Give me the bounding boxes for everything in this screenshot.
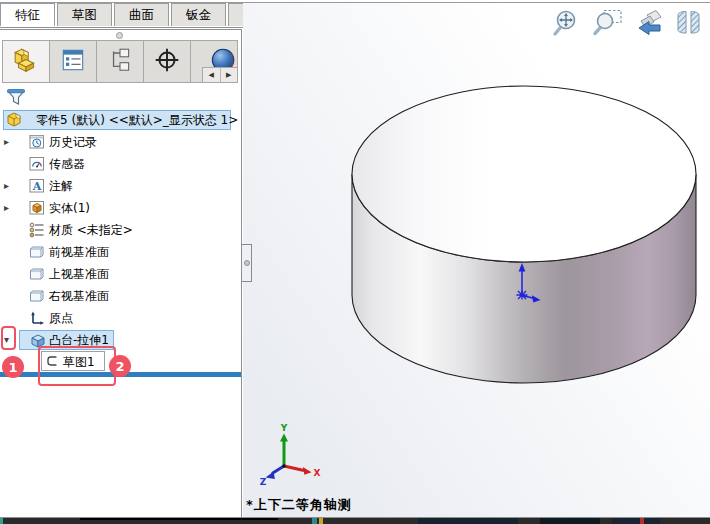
panel-splitter[interactable] [242,244,252,282]
previous-view-button[interactable] [630,8,666,38]
ribbon-tab-label: 曲面 [129,7,154,24]
tree-item-history[interactable]: ▸历史记录 [0,131,241,153]
ribbon-tab-label: 草图 [72,7,97,24]
callout-badge-2: 2 [109,355,131,377]
solids-icon [28,199,46,217]
tree-item-right-plane[interactable]: 右视基准面 [0,285,241,307]
ribbon-tab-label: 钣金 [186,7,211,24]
tree-item-label: 前视基准面 [49,244,109,261]
tree-item-material[interactable]: 材质 <未指定> [0,219,241,241]
plane-icon [28,265,46,283]
callout-rect-2 [38,346,116,386]
origin-icon [28,309,46,327]
zoom-to-fit-button[interactable] [550,8,586,38]
plane-icon [28,243,46,261]
configurationmanager-icon [106,46,134,77]
manager-tab-featuremanager-design-tree[interactable] [3,41,50,82]
triad-x-label: X [314,468,321,478]
triad-y-label: Y [280,423,288,433]
annotations-icon: A [28,177,46,195]
history-icon [28,133,46,151]
callout-rect-1 [1,326,16,350]
expand-arrow-collapsed[interactable]: ▸ [4,203,9,213]
sensors-icon [28,155,46,173]
tree-item-label: 传感器 [49,156,85,173]
headsup-view-toolbar [550,8,706,38]
expand-arrow-collapsed[interactable]: ▸ [4,181,9,191]
tree-item-label: 零件5 (默认) <<默认>_显示状态 1> [36,112,238,129]
zoom-to-area-icon [590,8,626,38]
zoom-to-area-button[interactable] [590,8,626,38]
scroll-right-button[interactable]: ▶ [221,68,238,82]
splitter-dot [244,260,250,266]
scroll-left-button[interactable]: ◀ [203,68,221,82]
triad-z-label: Z [260,477,267,487]
zoom-to-fit-icon [550,8,586,38]
view-label: *上下二等角轴测 [246,496,352,514]
ribbon-tab-features[interactable]: 特征 [0,3,55,26]
tree-item-label: 右视基准面 [49,288,109,305]
tree-item-label: 原点 [49,310,73,327]
tree-item-solids[interactable]: ▸实体(1) [0,197,241,219]
manager-tab-configurationmanager[interactable] [97,41,144,82]
tree-item-label: 上视基准面 [49,266,109,283]
graphics-viewport[interactable]: Y X Z *上下二等角轴测 [243,3,710,517]
cylinder [352,86,696,383]
ribbon-tab-sketch[interactable]: 草图 [57,3,112,26]
tree-item-boss-extrude1[interactable]: ▾凸台-拉伸1 [0,329,241,351]
featuremanager-panel: ◀▶ 零件5 (默认) <<默认>_显示状态 1>▸历史记录传感器▸A注解▸实体… [0,29,242,517]
ribbon-tab-sheet-metal[interactable]: 钣金 [171,3,226,26]
callout-badge-1: 1 [2,356,24,378]
dimxpertmanager-icon [153,46,181,77]
tree-item-label: 历史记录 [49,134,97,151]
svg-text:A: A [32,180,42,193]
tree-item-top-plane[interactable]: 上视基准面 [0,263,241,285]
orientation-triad: Y X Z [260,423,321,487]
ribbon-tab-label: 特征 [15,7,40,24]
filter-funnel-icon[interactable] [5,86,27,108]
tree-item-label: 实体(1) [49,200,90,217]
featuremanager-design-tree-icon [12,46,40,77]
manager-tab-scroll-buttons: ◀▶ [202,67,238,83]
section-view-button[interactable] [670,8,706,38]
tree-item-origin[interactable]: 原点 [0,307,241,329]
tree-item-annotations[interactable]: ▸A注解 [0,175,241,197]
tree-item-sensors[interactable]: 传感器 [0,153,241,175]
section-view-icon [670,8,706,38]
part-icon [5,111,23,129]
taskbar-edge [0,518,710,524]
propertymanager-icon [59,46,87,77]
material-icon [28,221,46,239]
tree-item-label: 材质 <未指定> [49,222,133,239]
panel-collapse-handle[interactable] [116,32,123,39]
manager-tab-propertymanager[interactable] [50,41,97,82]
expand-arrow-collapsed[interactable]: ▸ [4,137,9,147]
manager-tab-dimxpertmanager[interactable] [144,41,191,82]
previous-view-icon [630,8,666,38]
plane-icon [28,287,46,305]
tree-item-label: 注解 [49,178,73,195]
ribbon-tab-surfaces[interactable]: 曲面 [114,3,169,26]
tree-item-front-plane[interactable]: 前视基准面 [0,241,241,263]
feature-tree: 零件5 (默认) <<默认>_显示状态 1>▸历史记录传感器▸A注解▸实体(1)… [0,109,241,373]
cylinder-model[interactable]: Y X Z [243,3,710,517]
solidworks-window: 特征草图曲面钣金焊件 ◀▶ 零件5 (默认) <<默认>_显示状态 1>▸历史记… [0,0,710,524]
tree-item-part-root[interactable]: 零件5 (默认) <<默认>_显示状态 1> [0,109,241,131]
